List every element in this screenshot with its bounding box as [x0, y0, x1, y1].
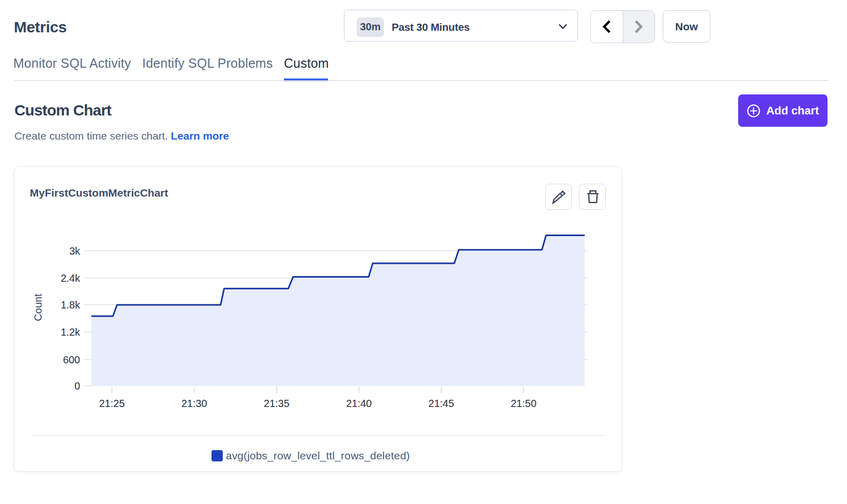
svg-text:21:50: 21:50	[511, 398, 536, 409]
svg-text:21:45: 21:45	[429, 398, 454, 409]
svg-text:0: 0	[74, 380, 80, 392]
svg-text:3k: 3k	[69, 245, 81, 257]
svg-text:600: 600	[63, 354, 80, 365]
svg-text:2.4k: 2.4k	[61, 273, 81, 284]
svg-text:21:35: 21:35	[264, 398, 290, 409]
svg-text:21:25: 21:25	[99, 398, 125, 409]
svg-text:21:40: 21:40	[346, 398, 372, 409]
svg-text:1.2k: 1.2k	[61, 326, 81, 338]
svg-text:21:30: 21:30	[181, 398, 207, 409]
svg-text:Count: Count	[32, 294, 44, 321]
svg-text:1.8k: 1.8k	[61, 299, 81, 311]
